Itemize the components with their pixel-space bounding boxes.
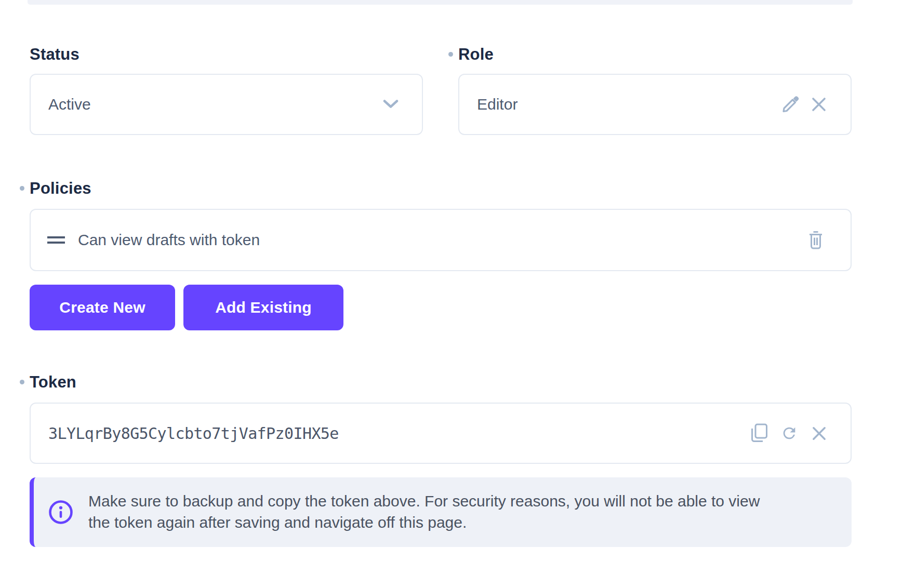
copy-icon: [750, 423, 768, 443]
role-edit-button[interactable]: [780, 95, 800, 114]
add-existing-button[interactable]: Add Existing: [183, 285, 343, 330]
refresh-icon: [780, 424, 798, 442]
token-input[interactable]: 3LYLqrBy8G5Cylcbto7tjVafPz0IHX5e: [30, 403, 852, 464]
role-input[interactable]: Editor: [458, 74, 852, 135]
edited-indicator-dot: [20, 380, 24, 384]
pencil-icon: [780, 95, 800, 114]
edited-indicator-dot: [20, 186, 24, 191]
role-value: Editor: [477, 96, 771, 113]
policies-label: Policies: [30, 180, 91, 197]
token-regenerate-button[interactable]: [780, 424, 798, 442]
close-icon: [811, 425, 828, 442]
status-select[interactable]: Active: [30, 74, 423, 135]
info-icon: [48, 500, 73, 525]
notice-text: Make sure to backup and copy the token a…: [88, 490, 774, 533]
close-icon: [810, 96, 828, 113]
edited-indicator-dot: [448, 52, 453, 57]
token-label: Token: [30, 373, 76, 391]
status-label: Status: [30, 46, 79, 63]
token-backup-notice: Make sure to backup and copy the token a…: [30, 477, 852, 547]
token-copy-button[interactable]: [750, 423, 768, 443]
token-value: 3LYLqrBy8G5Cylcbto7tjVafPz0IHX5e: [48, 424, 737, 443]
chevron-down-icon: [382, 99, 399, 110]
status-select-value: Active: [48, 96, 382, 113]
create-new-button[interactable]: Create New: [30, 285, 175, 330]
drag-handle-icon[interactable]: [47, 235, 65, 245]
section-divider: [28, 0, 853, 5]
role-deselect-button[interactable]: [810, 96, 828, 113]
user-detail-form: Status Active Role Editor Policies Can v…: [0, 0, 902, 588]
trash-icon: [807, 230, 825, 250]
policy-list-item[interactable]: Can view drafts with token: [30, 209, 852, 271]
token-clear-button[interactable]: [811, 425, 828, 442]
policy-name: Can view drafts with token: [78, 231, 794, 249]
policy-delete-button[interactable]: [807, 230, 825, 250]
role-label: Role: [458, 46, 494, 63]
